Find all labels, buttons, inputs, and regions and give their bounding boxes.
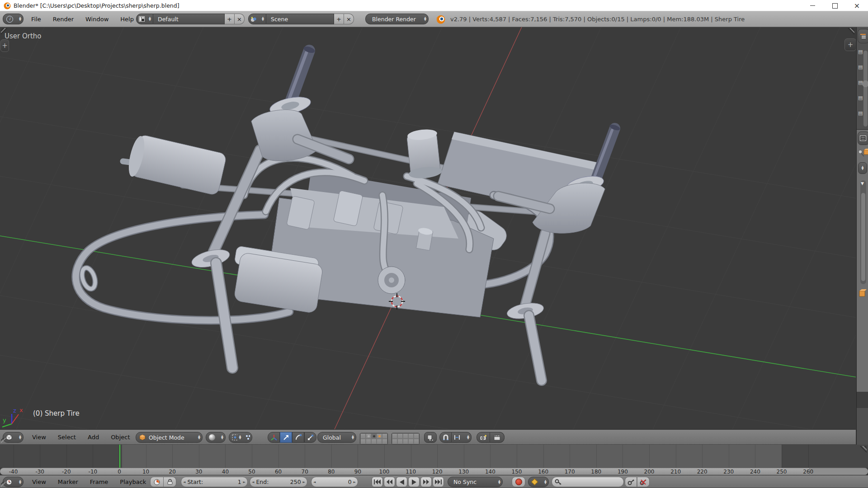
scene-delete-button[interactable]: × xyxy=(344,14,354,24)
region-resize-corner[interactable] xyxy=(847,28,854,35)
menu-select[interactable]: Select xyxy=(52,434,82,441)
insert-keyframe-button[interactable] xyxy=(625,477,637,487)
menu-marker[interactable]: Marker xyxy=(52,479,84,485)
close-button[interactable]: × xyxy=(846,0,868,11)
auto-keyframe-button[interactable] xyxy=(512,477,525,487)
pivot-point-dropdown[interactable]: ▲▼ xyxy=(229,432,252,443)
menu-add[interactable]: Add xyxy=(82,434,105,441)
interaction-mode-dropdown[interactable]: Object Mode ▲▼ xyxy=(136,432,203,443)
layer-cell[interactable] xyxy=(382,433,387,439)
screen-layout-delete-button[interactable]: × xyxy=(235,14,245,24)
menu-frame[interactable]: Frame xyxy=(84,479,114,485)
properties-scrollbar[interactable] xyxy=(861,193,865,281)
scene-field[interactable]: Scene xyxy=(266,14,334,24)
delete-keyframe-button[interactable] xyxy=(637,477,650,487)
maximize-button[interactable] xyxy=(824,0,846,11)
editor-type-button-outliner[interactable] xyxy=(858,29,868,43)
av-sync-dropdown[interactable]: No Sync ▲▼ xyxy=(448,477,503,487)
increment-arrow-icon[interactable]: ► xyxy=(352,480,358,484)
layer-cell[interactable] xyxy=(392,433,397,439)
manipulator-toggle-button[interactable] xyxy=(268,432,280,443)
menu-view[interactable]: View xyxy=(26,479,52,485)
layer-cell[interactable] xyxy=(392,439,397,444)
layer-cell[interactable] xyxy=(360,439,366,444)
scene-add-button[interactable]: + xyxy=(334,14,344,24)
layer-cell[interactable] xyxy=(371,433,377,439)
editor-type-button-info[interactable]: i ▲▼ xyxy=(3,14,24,24)
snap-toggle-button[interactable] xyxy=(439,432,452,443)
current-frame-field[interactable]: ◄ 0 ► xyxy=(311,477,358,487)
active-keying-set-field[interactable] xyxy=(552,477,624,487)
menu-view[interactable]: View xyxy=(26,434,52,441)
snap-element-dropdown[interactable]: ▲▼ xyxy=(452,432,472,443)
layer-cell[interactable] xyxy=(382,439,387,444)
translate-manipulator-button[interactable] xyxy=(280,432,292,443)
menu-render[interactable]: Render xyxy=(47,16,80,23)
rotate-manipulator-button[interactable] xyxy=(292,432,304,443)
opengl-render-anim-button[interactable] xyxy=(490,432,505,443)
menu-object[interactable]: Object xyxy=(105,434,136,441)
render-engine-dropdown[interactable]: Blender Render ▲▼ xyxy=(365,14,429,24)
object-properties-cube-icon[interactable] xyxy=(859,289,867,297)
jump-next-keyframe-button[interactable] xyxy=(420,477,432,487)
layer-cell[interactable] xyxy=(397,439,403,444)
frame-end-field[interactable]: ◄ End: 250 ► xyxy=(250,477,307,487)
frame-start-field[interactable]: ◄ Start: 1 ► xyxy=(181,477,248,487)
keying-set-dropdown[interactable]: ▲▼ xyxy=(528,477,549,487)
viewport-3d[interactable]: User Ortho + + y z x (0) Sherp Tire xyxy=(0,27,856,429)
increment-arrow-icon[interactable]: ► xyxy=(241,480,247,484)
timeline-ruler[interactable]: -40-30-20-100102030405060708090100110120… xyxy=(0,468,868,475)
timeline-track[interactable] xyxy=(0,445,868,468)
jump-to-start-button[interactable] xyxy=(372,477,383,487)
lock-to-scene-button[interactable] xyxy=(424,432,437,443)
jump-prev-keyframe-button[interactable] xyxy=(384,477,395,487)
show-seconds-button[interactable] xyxy=(150,477,164,487)
menu-playback[interactable]: Playback xyxy=(114,479,152,485)
layer-cell[interactable] xyxy=(408,439,414,444)
minimize-button[interactable] xyxy=(802,0,824,11)
region-resize-corner[interactable] xyxy=(1,482,7,488)
screen-layout-add-button[interactable]: + xyxy=(225,14,235,24)
region-resize-corner[interactable] xyxy=(1,28,8,35)
decrement-arrow-icon[interactable]: ◄ xyxy=(311,480,317,484)
transform-orientation-dropdown[interactable]: Global ▲▼ xyxy=(317,432,356,443)
outliner-scroll-knob[interactable] xyxy=(862,80,868,87)
decrement-arrow-icon[interactable]: ◄ xyxy=(181,480,187,484)
layer-cell[interactable] xyxy=(360,433,366,439)
lock-time-cursor-button[interactable] xyxy=(164,477,176,487)
layer-cell[interactable] xyxy=(371,439,377,444)
decrement-arrow-icon[interactable]: ◄ xyxy=(250,480,256,484)
layer-cell[interactable] xyxy=(377,439,382,444)
properties-expand-tab[interactable]: + xyxy=(844,38,856,51)
editor-type-button-properties[interactable] xyxy=(858,131,868,145)
tab-scroll-arrows[interactable]: ▲▼ xyxy=(858,162,867,174)
viewport-canvas[interactable] xyxy=(0,27,856,429)
menu-file[interactable]: File xyxy=(25,16,47,23)
play-reverse-button[interactable] xyxy=(396,477,407,487)
panel-expand-arrow[interactable]: ▼ xyxy=(861,181,864,186)
increment-arrow-icon[interactable]: ► xyxy=(301,480,307,484)
object-tab-icon[interactable] xyxy=(863,149,868,155)
manipulate-center-points-icon[interactable] xyxy=(245,434,250,441)
layer-cell[interactable] xyxy=(408,433,414,439)
scene-browse[interactable]: ▲▼ xyxy=(248,14,266,24)
layer-cell[interactable] xyxy=(414,439,419,444)
layer-cell[interactable] xyxy=(414,433,419,439)
menu-window[interactable]: Window xyxy=(80,16,114,23)
region-resize-corner[interactable] xyxy=(859,446,867,453)
viewport-shading-dropdown[interactable]: ▲▼ xyxy=(206,432,226,443)
layer-cell[interactable] xyxy=(366,439,371,444)
layer-cell[interactable] xyxy=(397,433,403,439)
screen-layout-field[interactable]: Default xyxy=(153,14,225,24)
toolshelf-expand-tab[interactable]: + xyxy=(0,39,9,52)
screen-layout-browse[interactable]: ▲▼ xyxy=(136,14,153,24)
scale-manipulator-button[interactable] xyxy=(304,432,316,443)
layer-cell[interactable] xyxy=(366,433,371,439)
opengl-render-image-button[interactable] xyxy=(476,432,490,443)
region-resize-corner[interactable] xyxy=(1,438,7,444)
jump-to-end-button[interactable] xyxy=(433,477,444,487)
layer-cell[interactable] xyxy=(377,433,382,439)
play-button[interactable] xyxy=(408,477,420,487)
outliner-scrollbar[interactable] xyxy=(863,51,868,127)
layer-cell[interactable] xyxy=(403,439,408,444)
